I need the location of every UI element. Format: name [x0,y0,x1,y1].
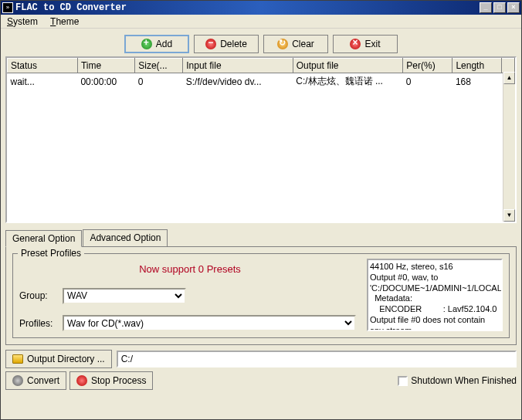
col-size[interactable]: Size(... [135,59,183,73]
convert-button[interactable]: Convert [5,371,66,390]
tab-general[interactable]: General Option [5,230,82,247]
file-grid[interactable]: Status Time Size(... Input file Output f… [5,56,517,223]
col-output[interactable]: Output file [293,59,403,73]
clear-button[interactable]: Clear [263,35,328,53]
tab-advanced[interactable]: Advanced Option [83,229,168,246]
shutdown-label: Shutdown When Finished [411,375,517,386]
output-directory-input[interactable] [117,351,517,368]
preset-message: Now support 0 Presets [19,259,361,276]
col-status[interactable]: Status [8,59,78,73]
delete-icon [205,39,216,49]
profiles-select[interactable]: Wav for CD(*.wav) [63,315,356,331]
stop-button[interactable]: Stop Process [69,371,153,390]
col-time[interactable]: Time [77,59,134,73]
encoder-log: 44100 Hz, stereo, s16 Output #0, wav, to… [367,259,503,331]
clear-icon [277,39,288,49]
window-title: FLAC to CD Converter [15,2,480,13]
close-button[interactable]: × [507,2,520,13]
cell-output: C:/林志炫、魏语诺 ... [293,73,403,90]
cell-size: 0 [135,73,183,90]
maximize-button[interactable]: □ [493,2,506,13]
cell-length: 168 [453,73,502,90]
preset-profiles-group: Preset Profiles Now support 0 Presets Gr… [12,253,510,338]
menu-theme[interactable]: Theme [46,15,83,28]
table-row[interactable]: wait... 00:00:00 0 S:/f/dev/video dv... … [8,73,515,90]
scroll-down-icon[interactable]: ▼ [503,209,515,222]
menu-system[interactable]: System [2,15,42,28]
cell-status: wait... [8,73,78,90]
add-button[interactable]: Add [124,35,189,53]
add-icon [141,39,152,49]
output-dir-label: Output Directory ... [27,354,105,364]
output-directory-button[interactable]: Output Directory ... [5,350,112,368]
stop-icon [76,375,87,386]
app-icon: » [2,2,13,13]
gear-icon [12,375,23,386]
delete-button[interactable]: Delete [194,35,259,53]
profiles-label: Profiles: [19,318,59,329]
scroll-up-icon[interactable]: ▲ [503,72,515,84]
toolbar: Add Delete Clear Exit [5,32,517,56]
clear-label: Clear [292,39,314,49]
convert-label: Convert [27,375,59,386]
cell-input: S:/f/dev/video dv... [183,73,293,90]
preset-legend: Preset Profiles [18,248,84,259]
cell-time: 00:00:00 [77,73,134,90]
cell-per: 0 [403,73,453,90]
menubar: System Theme [1,15,521,29]
shutdown-checkbox[interactable] [398,376,408,386]
main-window: » FLAC to CD Converter _ □ × System Them… [0,0,522,420]
group-label: Group: [19,290,59,301]
group-select[interactable]: WAV [63,288,186,304]
stop-label: Stop Process [91,375,146,386]
tabs: General Option Advanced Option [5,229,517,246]
titlebar[interactable]: » FLAC to CD Converter _ □ × [1,1,521,15]
folder-icon [12,354,23,364]
col-per[interactable]: Per(%) [403,59,453,73]
exit-label: Exit [364,39,380,49]
col-input[interactable]: Input file [183,59,293,73]
add-label: Add [156,39,172,49]
minimize-button[interactable]: _ [480,2,492,13]
col-length[interactable]: Length [453,59,502,73]
exit-button[interactable]: Exit [333,35,398,53]
col-scroll-gap [502,59,515,73]
vertical-scrollbar[interactable]: ▲ ▼ [503,72,515,222]
grid-header: Status Time Size(... Input file Output f… [8,59,515,73]
delete-label: Delete [220,39,247,49]
exit-icon [350,39,361,49]
tab-panel: Preset Profiles Now support 0 Presets Gr… [5,246,517,345]
